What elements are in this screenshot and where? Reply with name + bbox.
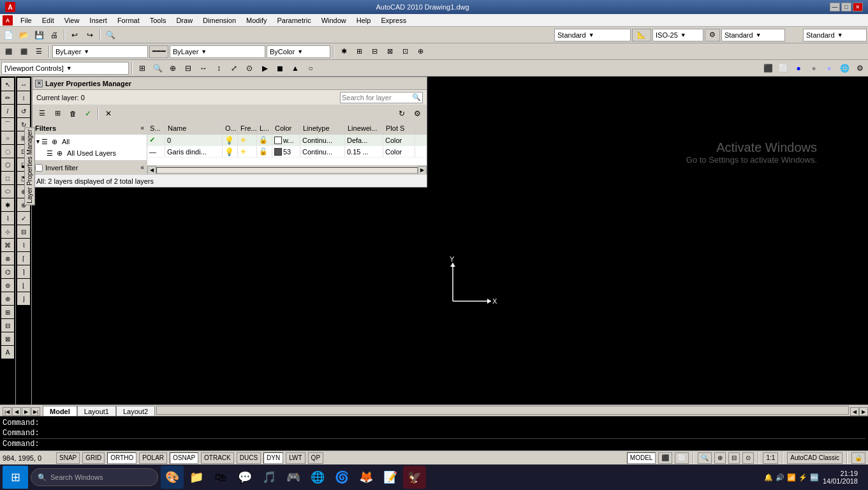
modify-tool-3[interactable]: ↺ xyxy=(17,105,30,117)
view-btn2[interactable]: 🔍 xyxy=(151,61,165,75)
match-properties-btn[interactable]: ✱ xyxy=(337,45,351,59)
draw-tool-12[interactable]: ⊹ xyxy=(1,225,14,238)
layer-0-on[interactable]: 💡 xyxy=(223,135,238,145)
zoom-in-btn[interactable]: ⊕ xyxy=(714,452,726,464)
modify-tool-17[interactable]: ⌋ xyxy=(17,292,30,305)
bylayer-dropdown-1[interactable]: ByLayer ▼ xyxy=(52,45,148,58)
tab-model[interactable]: Model xyxy=(43,406,77,416)
col-status[interactable]: S... xyxy=(147,122,165,134)
layer-1-lock[interactable]: 🔓 xyxy=(257,146,272,157)
taskbar-app-acrobat[interactable]: 🦅 xyxy=(403,466,426,489)
draw-tool-18[interactable]: ⊞ xyxy=(1,306,14,318)
layer-0-color[interactable]: w... xyxy=(272,135,300,145)
draw-tool-15[interactable]: ⌬ xyxy=(1,265,14,278)
col-on[interactable]: O... xyxy=(223,122,238,134)
menu-modify[interactable]: Modify xyxy=(241,15,272,26)
scroll-left-btn[interactable]: ◀ xyxy=(147,166,156,175)
taskbar-app-chrome[interactable]: 🌐 xyxy=(306,466,329,489)
layer-1-color[interactable]: 53 xyxy=(272,146,300,157)
color-ctrl-2[interactable]: ⬛ xyxy=(17,45,31,59)
menu-parametric[interactable]: Parametric xyxy=(272,15,316,26)
model-btn[interactable]: MODEL xyxy=(627,452,656,464)
linetype-btn[interactable]: ━━━ xyxy=(149,45,168,58)
layer-search-input[interactable] xyxy=(342,94,412,101)
menu-draw[interactable]: Draw xyxy=(171,15,198,26)
canvas-scroll-track[interactable] xyxy=(156,406,849,415)
set-current-btn[interactable]: ✓ xyxy=(81,107,95,121)
snap-btn[interactable]: SNAP xyxy=(56,452,80,464)
search-btn[interactable]: 🔍 xyxy=(103,28,117,42)
modify-tool-1[interactable]: ↔ xyxy=(17,78,30,91)
match-btn5[interactable]: ⊡ xyxy=(398,45,412,59)
canvas-area[interactable]: Activate Windows Go to Settings to activ… xyxy=(427,77,868,405)
scroll-right-btn[interactable]: ▶ xyxy=(418,166,427,175)
taskbar-app-firefox[interactable]: 🦊 xyxy=(355,466,378,489)
view-btn5[interactable]: ↔ xyxy=(196,61,210,75)
tab-last-btn[interactable]: ▶| xyxy=(31,407,40,416)
ortho-btn[interactable]: ORTHO xyxy=(107,452,136,464)
draw-tool-19[interactable]: ⊟ xyxy=(1,319,14,332)
draw-tool-10[interactable]: ✱ xyxy=(1,198,14,211)
refresh-btn[interactable]: ↻ xyxy=(395,107,409,121)
layer-row-0[interactable]: ✓ 0 💡 ☀ 🔓 w... Continu... Defa. xyxy=(147,135,427,146)
taskbar-app-store[interactable]: 🛍 xyxy=(209,466,232,489)
polar-btn[interactable]: POLAR xyxy=(139,452,167,464)
view-btn12[interactable]: ○ xyxy=(304,61,318,75)
menu-tools[interactable]: Tools xyxy=(145,15,172,26)
render-btn1[interactable]: ⬛ xyxy=(761,61,775,75)
invert-collapse-icon[interactable]: « xyxy=(140,164,144,171)
lwt-btn[interactable]: LWT xyxy=(286,452,305,464)
draw-tool-3[interactable]: / xyxy=(1,105,14,117)
paper-btn2[interactable]: ⬜ xyxy=(675,452,689,464)
dyn-btn[interactable]: DYN xyxy=(263,452,283,464)
draw-tool-6[interactable]: ◌ xyxy=(1,145,14,158)
tab-next-btn[interactable]: ▶ xyxy=(22,407,31,416)
col-color[interactable]: Color xyxy=(272,122,300,134)
grid-btn[interactable]: GRID xyxy=(82,452,105,464)
menu-help[interactable]: Help xyxy=(351,15,376,26)
render-btn2[interactable]: ⬜ xyxy=(776,61,790,75)
workspace-btn[interactable]: AutoCAD Classic xyxy=(787,452,842,464)
delete-layer-btn[interactable]: 🗑 xyxy=(66,107,80,121)
view-btn4[interactable]: ⊟ xyxy=(181,61,195,75)
view-btn7[interactable]: ⤢ xyxy=(227,61,241,75)
col-freeze[interactable]: Fre... xyxy=(238,122,257,134)
draw-tool-17[interactable]: ⊕ xyxy=(1,292,14,305)
ducs-btn[interactable]: DUCS xyxy=(237,452,261,464)
standard-dropdown-2[interactable]: Standard ▼ xyxy=(721,29,785,41)
menu-insert[interactable]: Insert xyxy=(84,15,112,26)
close-button[interactable]: ✕ xyxy=(853,3,863,11)
modify-tool-14[interactable]: ⌈ xyxy=(17,252,30,265)
settings-btn[interactable]: ⚙ xyxy=(410,107,424,121)
modify-tool-15[interactable]: ⌉ xyxy=(17,265,30,278)
iso25-dropdown[interactable]: ISO-25 ▼ xyxy=(652,29,703,41)
view-btn10[interactable]: ◼ xyxy=(273,61,287,75)
paper-btn[interactable]: ⬛ xyxy=(658,452,672,464)
tab-first-btn[interactable]: |◀ xyxy=(3,407,11,416)
save-button[interactable]: 💾 xyxy=(32,28,46,42)
layers-btn[interactable]: ☰ xyxy=(32,45,46,59)
taskbar-app-ps[interactable]: 🎨 xyxy=(161,466,184,489)
redo-button[interactable]: ↪ xyxy=(83,28,97,42)
qp-btn[interactable]: QP xyxy=(308,452,323,464)
taskbar-app-music[interactable]: 🎵 xyxy=(258,466,281,489)
new-vp-layer-btn[interactable]: ⊞ xyxy=(50,107,64,121)
tab-layout2[interactable]: Layout2 xyxy=(116,406,155,416)
canvas-scroll-left[interactable]: ◀ xyxy=(850,407,859,416)
standard-dropdown-1[interactable]: Standard ▼ xyxy=(554,29,631,41)
col-linetype[interactable]: Linetype xyxy=(300,122,345,134)
lock-ui-btn[interactable]: 🔒 xyxy=(851,452,865,464)
draw-tool-13[interactable]: ⌘ xyxy=(1,239,14,251)
start-button[interactable]: ⊞ xyxy=(3,466,28,489)
full-nav-btn[interactable]: ⊙ xyxy=(742,452,754,464)
show-desktop-btn[interactable] xyxy=(862,464,865,490)
render-btn6[interactable]: 🌐 xyxy=(837,61,851,75)
layer-1-on[interactable]: 💡 xyxy=(223,146,238,157)
render-btn3[interactable]: ● xyxy=(791,61,805,75)
new-layer-btn[interactable]: ☰ xyxy=(35,107,49,121)
col-lineweight[interactable]: Linewei... xyxy=(345,122,383,134)
menu-format[interactable]: Format xyxy=(112,15,145,26)
invert-filter-checkbox[interactable] xyxy=(35,164,43,172)
draw-tool-8[interactable]: □ xyxy=(1,172,14,184)
view-btn6[interactable]: ↕ xyxy=(212,61,226,75)
